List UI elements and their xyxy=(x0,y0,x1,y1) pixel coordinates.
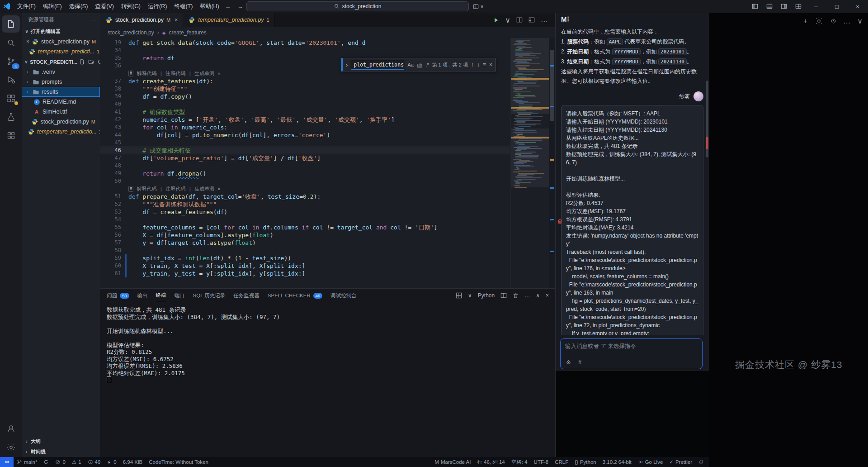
line-number[interactable]: 43 xyxy=(100,124,128,131)
open-editors-header[interactable]: ∨打开的编辑器 xyxy=(22,26,100,37)
status-item[interactable]: MMarsCode AI xyxy=(431,457,474,467)
nav-forward-icon[interactable]: → xyxy=(237,3,243,10)
new-folder-icon[interactable] xyxy=(88,59,94,65)
tree-item-.venv[interactable]: ›.venv xyxy=(22,67,100,77)
line-number[interactable]: 38 xyxy=(100,85,128,93)
status-item[interactable]: 6.94 KiB xyxy=(120,457,146,467)
activitybar-source-control[interactable]: 4 xyxy=(2,52,20,70)
toggle-sidebar-icon[interactable] xyxy=(748,0,762,13)
find-close-icon[interactable]: × xyxy=(489,62,492,68)
line-number[interactable]: 37 xyxy=(100,77,128,85)
maximize-button[interactable]: □ xyxy=(826,0,847,13)
delete-message-icon[interactable] xyxy=(557,219,563,224)
status-item[interactable]: CRLF xyxy=(552,457,571,467)
minimap[interactable] xyxy=(510,38,549,288)
codelens-actions[interactable]: 解释代码 | 注释代码 | 生成单测 xyxy=(137,185,214,193)
split-editor-icon[interactable] xyxy=(500,292,507,299)
section-1[interactable]: ›时间线 xyxy=(22,447,100,457)
split-editor-icon[interactable] xyxy=(516,17,523,23)
menu-item-2[interactable]: 选择(S) xyxy=(66,0,92,13)
code-editor[interactable]: 19def get_stock_data(stock_code='GOOGL',… xyxy=(100,39,511,277)
tree-item-prompts[interactable]: ›prompts xyxy=(22,77,100,87)
menu-item-0[interactable]: 文件(F) xyxy=(14,0,39,13)
line-number[interactable]: 46 xyxy=(100,147,128,154)
minimize-button[interactable]: ─ xyxy=(806,0,826,13)
toggle-panel-icon[interactable] xyxy=(762,0,777,13)
line-number[interactable]: 51 xyxy=(100,193,128,200)
line-number[interactable]: 39 xyxy=(100,93,128,100)
line-number[interactable]: 54 xyxy=(100,216,128,224)
activitybar-run-debug[interactable] xyxy=(2,71,20,88)
line-number[interactable]: 59 xyxy=(100,254,128,262)
status-item[interactable] xyxy=(40,457,52,467)
activitybar-explorer[interactable] xyxy=(2,15,20,33)
line-number[interactable]: 42 xyxy=(100,116,128,124)
status-item[interactable]: 0 xyxy=(104,457,119,467)
line-number[interactable]: 56 xyxy=(100,231,128,239)
find-previous-icon[interactable]: ↑ xyxy=(471,62,474,68)
more-actions-icon[interactable]: … xyxy=(90,17,96,22)
menu-item-1[interactable]: 编辑(E) xyxy=(39,0,66,13)
status-item[interactable]: 3.10.2 64-bit xyxy=(599,457,635,467)
panel-tab-3[interactable]: 端口 xyxy=(175,289,185,302)
menu-item-7[interactable]: 帮助(H) xyxy=(196,0,222,13)
menu-item-3[interactable]: 查看(V) xyxy=(91,0,118,13)
regex-toggle[interactable]: .* xyxy=(425,62,429,67)
scrollbar-thumb[interactable] xyxy=(550,50,554,121)
chat-more-icon[interactable]: … xyxy=(843,17,850,25)
chat-input[interactable]: 输入消息或者 "/" 来选择指令 ※# xyxy=(560,338,703,369)
codelens-close-icon[interactable]: × xyxy=(217,70,221,77)
line-number[interactable]: 40 xyxy=(100,100,128,108)
layout-icon[interactable] xyxy=(528,17,535,23)
chevron-up-icon[interactable]: ∧ xyxy=(536,292,540,299)
status-item[interactable] xyxy=(695,457,707,467)
panel-tab-6[interactable]: SPELL CHECKER49 xyxy=(268,289,322,302)
chat-settings-icon[interactable] xyxy=(814,16,824,26)
line-number[interactable]: 49 xyxy=(100,170,128,177)
menu-item-6[interactable]: 终端(T) xyxy=(170,0,196,13)
terminal-output[interactable]: 数据获取完成，共 481 条记录数据预处理完成，训练集大小: (384, 7),… xyxy=(100,302,555,384)
status-item[interactable]: ⚠1 xyxy=(69,457,85,467)
activitybar-settings[interactable] xyxy=(2,438,20,456)
find-next-icon[interactable]: ↓ xyxy=(477,62,480,68)
panel-tab-0[interactable]: 问题50 xyxy=(107,289,129,302)
section-0[interactable]: ›大纲 xyxy=(22,436,100,447)
tab-temperature_prediction.py[interactable]: temperature_prediction.py1 xyxy=(183,13,274,27)
menu-item-4[interactable]: 转到(G) xyxy=(118,0,144,13)
tree-item-README.md[interactable]: iREADME.md xyxy=(22,97,100,107)
codelens-actions[interactable]: 解释代码 | 注释代码 | 生成单测 xyxy=(137,70,214,77)
layout-switch-icon[interactable]: ∨ xyxy=(473,0,484,13)
status-item[interactable]: {}Python xyxy=(571,457,599,467)
breadcrumb-symbol[interactable]: create_features xyxy=(169,29,206,36)
line-number[interactable]: 41 xyxy=(100,108,128,116)
line-number[interactable]: 35 xyxy=(100,54,128,62)
line-number[interactable]: 58 xyxy=(100,247,128,254)
codelens-close-icon[interactable]: × xyxy=(217,185,221,193)
remote-indicator[interactable]: >< xyxy=(0,457,14,467)
chat-scrollbar[interactable] xyxy=(706,26,708,366)
status-item[interactable]: 49 xyxy=(85,457,104,467)
whole-word-toggle[interactable]: ab xyxy=(417,62,422,67)
line-number[interactable]: 36 xyxy=(100,62,128,70)
line-number[interactable]: 48 xyxy=(100,162,128,170)
line-number[interactable]: 44 xyxy=(100,131,128,139)
open-editor-item[interactable]: temperature_predicti...1 xyxy=(22,47,100,57)
terminal-shell-label[interactable]: Python xyxy=(478,292,495,299)
breadcrumb-file[interactable]: stock_prediction.py xyxy=(108,29,154,36)
tab-stock_prediction.py[interactable]: stock_prediction.pyM× xyxy=(100,13,183,27)
line-number[interactable]: 45 xyxy=(100,139,128,147)
skill-icon[interactable]: ※ xyxy=(566,359,571,366)
more-icon[interactable]: … xyxy=(541,16,548,24)
match-case-toggle[interactable]: Aa xyxy=(407,62,413,67)
menu-item-5[interactable]: 运行(R) xyxy=(144,0,170,13)
close-icon[interactable]: × xyxy=(26,38,29,45)
status-item[interactable]: UTF-8 xyxy=(531,457,552,467)
grid-icon[interactable] xyxy=(456,292,462,299)
command-center-search[interactable]: stock_prediction xyxy=(246,1,469,11)
status-item[interactable]: ✓Prettier xyxy=(666,457,695,467)
customize-layout-icon[interactable] xyxy=(791,0,806,13)
run-icon[interactable] xyxy=(493,17,499,23)
chevron-down-icon[interactable]: ∨ xyxy=(468,292,472,299)
open-editor-item[interactable]: ×stock_prediction.pyM xyxy=(22,37,100,47)
activitybar-search[interactable] xyxy=(2,34,20,51)
